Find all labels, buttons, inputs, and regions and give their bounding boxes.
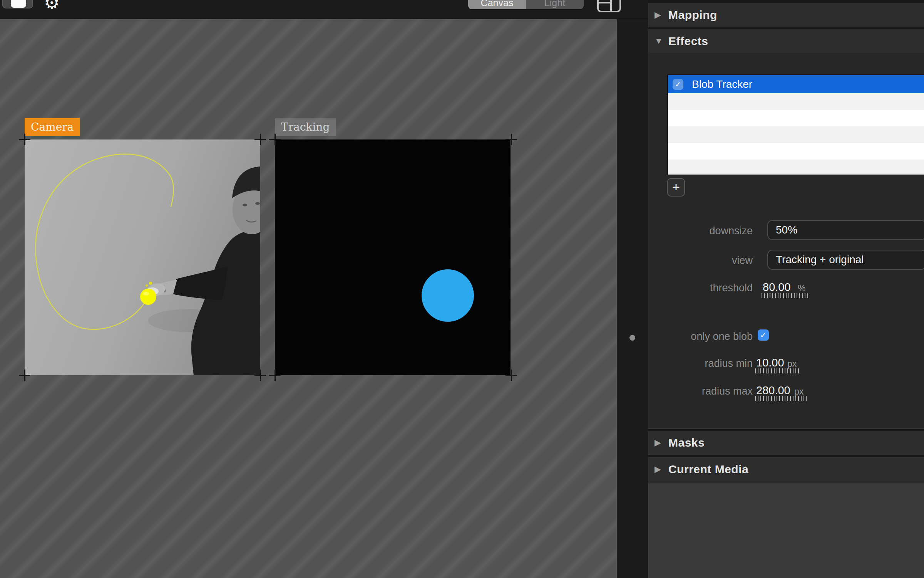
person-eye-right — [255, 202, 260, 205]
radius-max-unit: px — [794, 386, 803, 397]
effect-row-blob-tracker[interactable]: ✓ Blob Tracker — [668, 75, 924, 93]
view-dropdown[interactable]: Tracking + original — [767, 250, 924, 270]
person-eye-left — [243, 204, 247, 207]
downsize-label: downsize — [648, 225, 753, 237]
radius-max-value[interactable]: 280.00 — [756, 384, 790, 397]
threshold-label: threshold — [648, 282, 753, 294]
chevron-right-icon[interactable]: ▶ — [654, 464, 663, 474]
camera-surface-label[interactable]: Camera — [25, 118, 80, 136]
panel-top-strip — [648, 0, 924, 3]
toolbar: ⚙ Canvas Light — [0, 0, 648, 19]
chevron-right-icon[interactable]: ▶ — [654, 10, 663, 20]
corner-handle[interactable] — [19, 370, 30, 381]
section-header-masks[interactable]: ▶ Masks — [648, 431, 924, 455]
corner-handle[interactable] — [254, 134, 266, 145]
tracking-output-quad[interactable] — [275, 139, 511, 375]
camera-video-quad[interactable] — [25, 139, 260, 375]
camera-video-frame — [25, 139, 260, 375]
layout-panes-button[interactable] — [597, 0, 621, 12]
surface-icon — [11, 0, 26, 8]
ball-highlight — [143, 292, 149, 296]
app-window: ⚙ Canvas Light Camera Tracking — [0, 0, 924, 578]
empty-list-row[interactable] — [668, 143, 924, 160]
tracking-surface-label[interactable]: Tracking — [275, 118, 336, 136]
corner-handle[interactable] — [269, 134, 281, 145]
section-title: Mapping — [668, 8, 717, 22]
tab-canvas[interactable]: Canvas — [468, 0, 526, 9]
panel-splitter[interactable] — [617, 0, 648, 578]
chevron-right-icon[interactable]: ▶ — [654, 438, 663, 448]
view-mode-segmented-control: Canvas Light — [468, 0, 584, 9]
chevron-down-icon[interactable]: ▼ — [654, 36, 663, 46]
empty-list-row[interactable] — [668, 160, 924, 175]
downsize-dropdown[interactable]: 50% — [767, 220, 924, 240]
splitter-handle-dot[interactable] — [629, 335, 635, 341]
radius-max-slider[interactable] — [755, 396, 807, 401]
threshold-value[interactable]: 80.00 — [763, 281, 791, 294]
threshold-unit: % — [798, 283, 805, 294]
effect-enabled-checkbox[interactable]: ✓ — [673, 79, 683, 90]
corner-handle[interactable] — [506, 370, 517, 381]
corner-handle[interactable] — [254, 370, 266, 381]
inspector-panel: ▶ Mapping ▼ Effects ✓ Blob Tracker + dow… — [648, 0, 924, 578]
empty-list-row[interactable] — [668, 110, 924, 126]
ball-speck-small — [146, 284, 148, 287]
tracked-ball — [140, 289, 156, 305]
only-one-blob-checkbox[interactable]: ✓ — [758, 329, 769, 341]
section-title: Effects — [668, 35, 708, 48]
canvas-workspace[interactable]: Camera Tracking — [0, 19, 617, 578]
corner-handle[interactable] — [269, 370, 281, 381]
empty-list-row[interactable] — [668, 93, 924, 110]
corner-handle[interactable] — [19, 134, 30, 145]
add-effect-button[interactable]: + — [667, 178, 685, 197]
section-header-mapping[interactable]: ▶ Mapping — [648, 3, 924, 27]
effect-name: Blob Tracker — [692, 78, 752, 91]
radius-min-unit: px — [787, 359, 797, 369]
threshold-slider[interactable] — [762, 293, 810, 298]
section-title: Current Media — [668, 463, 748, 476]
radius-min-slider[interactable] — [755, 368, 800, 373]
corner-handle[interactable] — [506, 134, 517, 145]
tab-light[interactable]: Light — [526, 0, 584, 9]
only-one-blob-label: only one blob — [648, 331, 753, 343]
panel-empty-area — [648, 482, 924, 578]
layout-icon-divider — [599, 2, 610, 3]
radius-min-value[interactable]: 10.00 — [756, 356, 784, 369]
effects-list: ✓ Blob Tracker — [667, 74, 924, 175]
section-title: Masks — [668, 436, 705, 449]
view-label: view — [648, 255, 753, 267]
radius-max-label: radius max — [648, 385, 753, 397]
radius-min-label: radius min — [648, 358, 753, 370]
detected-blob-circle — [422, 269, 474, 322]
layout-icon — [610, 0, 612, 11]
ball-speck — [149, 282, 152, 285]
gear-icon[interactable]: ⚙ — [44, 0, 60, 12]
empty-list-row[interactable] — [668, 126, 924, 143]
section-header-current-media[interactable]: ▶ Current Media — [648, 457, 924, 482]
surface-tool-button[interactable] — [2, 0, 33, 8]
section-header-effects[interactable]: ▼ Effects — [648, 29, 924, 53]
